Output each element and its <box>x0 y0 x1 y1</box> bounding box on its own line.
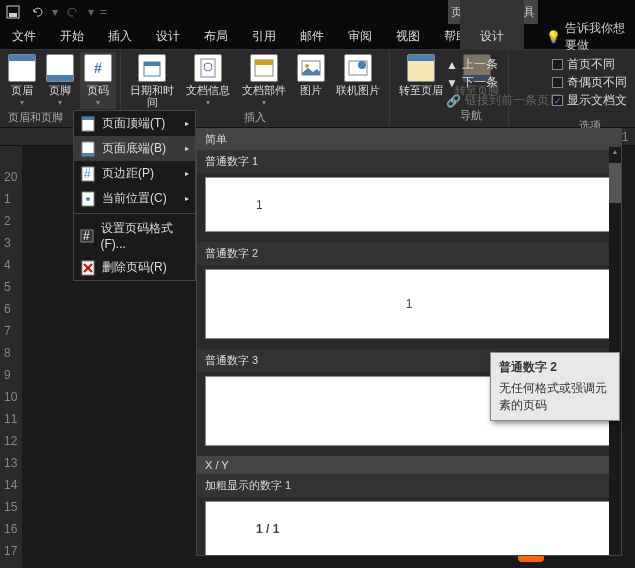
quick-access-toolbar: ▾ ▾ = <box>4 3 107 21</box>
tab-mailings[interactable]: 邮件 <box>288 24 336 49</box>
chevron-right-icon: ▸ <box>185 144 189 153</box>
online-picture-icon <box>344 54 372 82</box>
page-top-icon <box>80 116 96 132</box>
lightbulb-icon: 💡 <box>546 30 561 44</box>
next-button[interactable]: ▼下一条 <box>446 74 561 91</box>
datetime-button[interactable]: 日期和时间 <box>125 52 179 110</box>
current-pos-icon <box>80 191 96 207</box>
show-doc-checkbox[interactable]: ✓显示文档文 <box>552 92 627 109</box>
page-number-icon <box>84 54 112 82</box>
svg-rect-7 <box>255 60 273 65</box>
prev-button[interactable]: ▲上一条 <box>446 56 561 73</box>
dd-page-margin[interactable]: # 页边距(P)▸ <box>74 161 195 186</box>
remove-icon <box>80 260 96 276</box>
group-options: 首页不同 奇偶页不同 ✓显示文档文 选项 <box>546 52 633 139</box>
svg-text:#: # <box>83 229 90 243</box>
link-prev-button: 🔗链接到前一条页眉 <box>446 92 561 109</box>
diff-odd-checkbox[interactable]: 奇偶页不同 <box>552 74 627 91</box>
svg-text:#: # <box>84 167 91 181</box>
tab-layout[interactable]: 布局 <box>192 24 240 49</box>
save-icon[interactable] <box>4 3 22 21</box>
picture-button[interactable]: 图片 <box>293 52 329 110</box>
doc-parts-icon <box>250 54 278 82</box>
title-bar: ▾ ▾ = <box>0 0 635 24</box>
gallery-item-label: 普通数字 2 <box>197 242 621 265</box>
doc-info-icon <box>194 54 222 82</box>
gallery-item-plain2[interactable]: 1 <box>205 269 613 339</box>
tab-view[interactable]: 视图 <box>384 24 432 49</box>
gallery-item-label: 普通数字 1 <box>197 150 621 173</box>
tab-insert[interactable]: 插入 <box>96 24 144 49</box>
group-label-hf: 页眉和页脚 <box>4 110 63 127</box>
svg-point-11 <box>358 61 366 69</box>
scrollbar[interactable]: ▴ <box>609 147 621 555</box>
group-navigation: 转至页眉 转至页脚 ▲上一条 ▼下一条 🔗链接到前一条页眉 导航 <box>390 50 509 127</box>
svg-rect-3 <box>144 62 160 66</box>
page-bottom-gallery: 简单 普通数字 1 1 普通数字 2 1 普通数字 3 X / Y 加粗显示的数… <box>196 128 622 556</box>
down-arrow-icon: ▼ <box>446 76 458 90</box>
gallery-section-simple: 简单 <box>197 129 621 150</box>
chevron-right-icon: ▸ <box>185 194 189 203</box>
doc-info-button[interactable]: 文档信息▾ <box>181 52 235 110</box>
format-icon: # <box>80 228 95 244</box>
svg-point-19 <box>86 197 90 201</box>
diff-first-checkbox[interactable]: 首页不同 <box>552 56 627 73</box>
online-picture-button[interactable]: 联机图片 <box>331 52 385 110</box>
page-number-dropdown: 页面顶端(T)▸ 页面底端(B)▸ # 页边距(P)▸ 当前位置(C)▸ # 设… <box>73 110 196 281</box>
undo-icon[interactable] <box>28 3 46 21</box>
gallery-section-xy: X / Y <box>197 456 621 474</box>
doc-parts-button[interactable]: 文档部件▾ <box>237 52 291 110</box>
tab-design[interactable]: 设计 <box>144 24 192 49</box>
group-label-nav: 导航 <box>460 108 482 125</box>
dd-page-top[interactable]: 页面顶端(T)▸ <box>74 111 195 136</box>
svg-rect-15 <box>82 153 94 156</box>
page-number-button[interactable]: 页码▾ <box>80 52 116 109</box>
tell-me-search[interactable]: 💡 告诉我你想要做 <box>546 20 635 54</box>
gallery-item-bold1[interactable]: 1 / 1 <box>205 501 613 556</box>
svg-rect-1 <box>9 13 17 17</box>
tab-review[interactable]: 审阅 <box>336 24 384 49</box>
footer-icon <box>46 54 74 82</box>
svg-rect-13 <box>82 117 94 120</box>
gallery-item-plain1[interactable]: 1 <box>205 177 613 232</box>
tooltip: 普通数字 2 无任何格式或强调元素的页码 <box>490 352 620 421</box>
chevron-right-icon: ▸ <box>185 119 189 128</box>
gallery-item-label: 加粗显示的数字 1 <box>197 474 621 497</box>
ribbon-tabs: 文件 开始 插入 设计 布局 引用 邮件 审阅 视图 帮助 设计 💡 告诉我你想… <box>0 24 635 50</box>
svg-rect-4 <box>201 59 215 77</box>
tab-file[interactable]: 文件 <box>0 24 48 49</box>
header-button[interactable]: 页眉▾ <box>4 52 40 109</box>
redo-icon[interactable] <box>64 3 82 21</box>
dd-current-pos[interactable]: 当前位置(C)▸ <box>74 186 195 211</box>
dd-remove[interactable]: 删除页码(R) <box>74 255 195 280</box>
tooltip-body: 无任何格式或强调元素的页码 <box>499 380 611 414</box>
dd-format[interactable]: # 设置页码格式(F)... <box>74 216 195 255</box>
svg-point-9 <box>305 64 309 68</box>
calendar-icon <box>138 54 166 82</box>
goto-header-icon <box>407 54 435 82</box>
page-bottom-icon <box>80 141 96 157</box>
up-arrow-icon: ▲ <box>446 58 458 72</box>
chevron-right-icon: ▸ <box>185 169 189 178</box>
picture-icon <box>297 54 325 82</box>
header-icon <box>8 54 36 82</box>
page-margin-icon: # <box>80 166 96 182</box>
link-icon: 🔗 <box>446 94 461 108</box>
tooltip-title: 普通数字 2 <box>499 359 611 376</box>
tab-home[interactable]: 开始 <box>48 24 96 49</box>
group-label-insert: 插入 <box>244 110 266 127</box>
ruler-vertical: 20 1 2 3 4 5 6 7 8 9 10 11 12 13 14 15 1… <box>0 146 22 568</box>
footer-button[interactable]: 页脚▾ <box>42 52 78 109</box>
tab-references[interactable]: 引用 <box>240 24 288 49</box>
dd-page-bottom[interactable]: 页面底端(B)▸ <box>74 136 195 161</box>
